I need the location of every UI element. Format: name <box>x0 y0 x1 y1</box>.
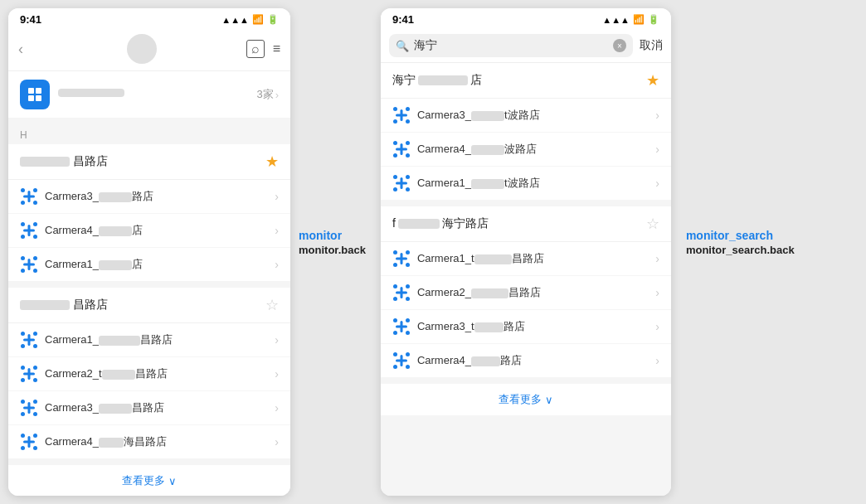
store-count: 3家 › <box>256 87 279 102</box>
sub-store-row[interactable]: Carmera1_t波路店 › <box>381 167 671 200</box>
wifi-icon: 📶 <box>633 14 645 25</box>
monitor-label: monitor <box>299 229 366 242</box>
chevron-right-icon: › <box>275 401 279 414</box>
sub-store-row[interactable]: Carmera3_昌路店 › <box>8 391 290 425</box>
wifi-icon: 📶 <box>252 14 264 25</box>
sub-store-name: Carmera2_t昌路店 <box>45 366 275 381</box>
sub-store-row[interactable]: Carmera1_t昌路店 › <box>381 242 671 276</box>
sub-store-row[interactable]: Carmera3_t波路店 › <box>381 99 671 133</box>
chevron-right-icon: › <box>275 367 279 380</box>
store-name-1: 昌路店 <box>20 154 265 169</box>
search-glass-icon: 🔍 <box>396 40 409 52</box>
sub-store-name: Carmera1_t波路店 <box>417 176 655 191</box>
sub-store-name: Carmera4_店 <box>45 223 275 238</box>
right-labels: monitor_search monitor_search.back <box>678 0 866 504</box>
left-status-bar: 9:41 ▲▲▲ 📶 🔋 <box>8 8 290 29</box>
star-filled-search[interactable]: ★ <box>646 71 659 90</box>
signal-icon: ▲▲▲ <box>221 15 249 25</box>
svg-rect-1 <box>36 88 41 94</box>
right-status-bar: 9:41 ▲▲▲ 📶 🔋 <box>381 8 671 29</box>
store-header-1[interactable]: 昌路店 ★ <box>8 144 290 180</box>
sub-store-name: Carmera1_昌路店 <box>45 332 275 347</box>
store-header-2[interactable]: 昌路店 ☆ <box>8 288 290 323</box>
star-empty-search[interactable]: ☆ <box>646 215 659 233</box>
store-group-2: 昌路店 ☆ Carmera1_昌路店 › Carmera2_t昌路店 › <box>8 288 290 458</box>
camera-hub-icon <box>20 187 38 206</box>
star-empty-2[interactable]: ☆ <box>265 296 279 314</box>
right-time: 9:41 <box>392 13 414 26</box>
camera-hub-icon <box>20 221 38 240</box>
sub-store-row[interactable]: Carmera1_昌路店 › <box>8 323 290 357</box>
chevron-right-icon: › <box>655 177 659 190</box>
chevron-right-icon: › <box>275 224 279 237</box>
search-section-2: f海宁路店 ☆ Carmera1_t昌路店 › Carmera2_昌路店 › <box>381 206 671 377</box>
search-see-more-button[interactable]: 查看更多 ∨ <box>381 384 671 415</box>
search-content: 海宁店 ★ Carmera3_t波路店 › Carmera4_波路店 › <box>381 63 671 496</box>
back-button[interactable]: ‹ <box>18 41 38 58</box>
monitor-back-label: monitor.back <box>299 244 366 256</box>
svg-rect-0 <box>28 88 34 94</box>
sub-store-row[interactable]: Carmera2_t昌路店 › <box>8 357 290 391</box>
search-section-1: 海宁店 ★ Carmera3_t波路店 › Carmera4_波路店 › <box>381 63 671 200</box>
sub-store-row[interactable]: Carmera3_路店 › <box>8 180 290 214</box>
sub-store-name: Carmera1_t昌路店 <box>417 251 655 266</box>
battery-icon: 🔋 <box>648 14 659 25</box>
sub-store-name: Carmera3_t波路店 <box>417 108 655 123</box>
sub-store-name: Carmera3_路店 <box>45 189 275 204</box>
sub-store-row[interactable]: Carmera1_店 › <box>8 248 290 281</box>
camera-hub-icon <box>392 284 411 302</box>
left-status-icons: ▲▲▲ 📶 🔋 <box>221 14 279 25</box>
search-bar: 🔍 海宁 × 取消 <box>381 29 671 63</box>
sub-store-row[interactable]: Carmera2_昌路店 › <box>381 276 671 310</box>
see-more-chevron-icon: ∨ <box>168 475 177 487</box>
sub-store-name: Carmera2_昌路店 <box>417 285 655 300</box>
sub-store-row[interactable]: Carmera4_店 › <box>8 214 290 248</box>
search-button[interactable]: ⌕ <box>246 40 265 58</box>
search-section-header-1[interactable]: 海宁店 ★ <box>381 63 671 99</box>
sub-store-row[interactable]: Carmera4_海昌路店 › <box>8 425 290 458</box>
signal-icon: ▲▲▲ <box>602 15 630 25</box>
camera-hub-icon <box>392 106 411 124</box>
sub-store-row[interactable]: Carmera4_路店 › <box>381 344 671 377</box>
camera-hub-icon <box>20 331 38 349</box>
monitor-label-group: monitor monitor.back <box>299 229 366 256</box>
chevron-right-icon: › <box>655 354 659 367</box>
store-icon <box>20 80 50 109</box>
camera-hub-icon <box>392 317 411 336</box>
camera-hub-icon <box>392 140 411 158</box>
sub-store-name: Carmera4_路店 <box>417 353 655 368</box>
see-more-button[interactable]: 查看更多 ∨ <box>8 465 290 496</box>
search-section-name-1: 海宁店 <box>392 73 646 88</box>
nav-icons: ⌕ ≡ <box>246 40 280 58</box>
camera-hub-icon <box>20 433 38 451</box>
search-input[interactable]: 海宁 <box>414 38 608 53</box>
chevron-right-icon: › <box>655 320 659 333</box>
monitor-search-label-group: monitor_search monitor_search.back <box>686 229 866 256</box>
sub-store-name: Carmera3_昌路店 <box>45 400 275 415</box>
sub-store-row[interactable]: Carmera4_波路店 › <box>381 133 671 167</box>
top-store-card[interactable]: 3家 › <box>8 71 290 118</box>
cancel-button[interactable]: 取消 <box>640 38 663 53</box>
count-chevron: › <box>275 89 279 101</box>
sub-store-name: Carmera4_波路店 <box>417 142 655 157</box>
chevron-right-icon: › <box>655 143 659 156</box>
search-section-header-2[interactable]: f海宁路店 ☆ <box>381 206 671 242</box>
left-nav-bar: ‹ ⌕ ≡ <box>8 29 290 71</box>
star-filled-1[interactable]: ★ <box>265 153 279 171</box>
sub-store-row[interactable]: Carmera3_t路店 › <box>381 310 671 344</box>
svg-rect-2 <box>28 95 34 101</box>
search-input-wrap[interactable]: 🔍 海宁 × <box>389 34 633 57</box>
store-group-1: 昌路店 ★ Carmera3_路店 › Carmera4_店 › <box>8 144 290 281</box>
sub-store-name: Carmera4_海昌路店 <box>45 434 275 449</box>
left-labels: monitor monitor.back <box>290 0 374 504</box>
sub-store-name: Carmera3_t路店 <box>417 319 655 334</box>
camera-hub-icon <box>392 174 411 192</box>
camera-hub-icon <box>20 255 38 274</box>
battery-icon: 🔋 <box>267 14 279 25</box>
chevron-right-icon: › <box>275 258 279 271</box>
search-clear-button[interactable]: × <box>613 39 626 52</box>
menu-button[interactable]: ≡ <box>273 41 280 56</box>
chevron-right-icon: › <box>655 109 659 122</box>
right-phone: 9:41 ▲▲▲ 📶 🔋 🔍 海宁 × 取消 海宁店 ★ <box>381 8 671 496</box>
chevron-right-icon: › <box>655 286 659 299</box>
